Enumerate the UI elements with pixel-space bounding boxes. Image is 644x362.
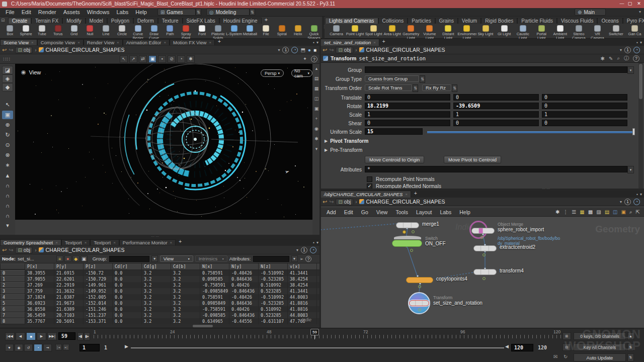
menu-item[interactable]: Render bbox=[35, 9, 60, 15]
menu-item[interactable]: Help bbox=[132, 9, 150, 15]
shelf-tool[interactable]: VR Camera bbox=[588, 24, 607, 40]
pane-menu-icon[interactable]: ▾ bbox=[640, 192, 642, 197]
audio-icon[interactable]: ◉ bbox=[15, 344, 23, 351]
handle-tool-icon[interactable]: ▣ bbox=[148, 55, 156, 63]
node-on-off[interactable] bbox=[392, 240, 422, 247]
point-attr-icon[interactable]: ≡ bbox=[56, 255, 63, 262]
move-pivot-button[interactable]: Move Pivot to Centroid bbox=[444, 156, 501, 163]
go-to-start-button[interactable]: |◀◀ bbox=[5, 332, 15, 340]
path-root-chip[interactable]: ⊟obj bbox=[336, 199, 353, 205]
pane-maximize-icon[interactable]: ▪ bbox=[313, 40, 314, 45]
camera-select[interactable]: No cam▾ bbox=[291, 69, 312, 77]
translate-x-field[interactable]: 0 bbox=[365, 94, 450, 101]
shelf-tool[interactable]: Quick Shapes bbox=[306, 24, 322, 40]
network-menu-item[interactable]: Labs bbox=[436, 209, 455, 215]
shelf-tab[interactable]: Rigid Bodies bbox=[481, 18, 517, 24]
menu-item[interactable]: Assets bbox=[60, 9, 84, 15]
pane-tab[interactable]: Composite View× bbox=[37, 39, 84, 45]
shear-x-field[interactable]: 0 bbox=[365, 120, 450, 126]
display-square-icon[interactable]: ■ bbox=[313, 47, 316, 53]
persp-view-select[interactable]: Persp▾ bbox=[261, 69, 284, 77]
link-badge[interactable]: 1 bbox=[282, 47, 289, 53]
shelf-tab[interactable]: Model bbox=[86, 18, 107, 24]
output-flag[interactable] bbox=[418, 308, 421, 311]
sim-reset-icon[interactable]: ⊘ bbox=[168, 55, 176, 63]
shelf-tab[interactable]: Pyro FX bbox=[623, 18, 644, 24]
shelf-tool[interactable]: Draw Curve bbox=[146, 24, 162, 40]
shelf-tool[interactable]: Spray Paint bbox=[178, 24, 194, 40]
table-row[interactable]: 2 37.26922.2919 -149.9610.0 3.23.2 -0.75… bbox=[0, 282, 320, 288]
output-flag[interactable] bbox=[482, 277, 486, 280]
shelf-tab[interactable]: Particle Fluids bbox=[517, 18, 557, 24]
range-start-field[interactable]: 1 bbox=[79, 344, 100, 351]
shelf-tool[interactable]: Sky Light bbox=[476, 24, 495, 36]
nav-forward-icon[interactable]: ↪ bbox=[329, 199, 334, 205]
menu-item[interactable]: Windows bbox=[84, 9, 113, 15]
rotate-y-field[interactable]: -39.6509 bbox=[453, 103, 539, 109]
shelf-tool[interactable]: Caustic Light bbox=[514, 24, 532, 40]
sheet-scrollbar[interactable] bbox=[0, 324, 320, 328]
pane-menu-icon[interactable]: ▾ bbox=[316, 40, 318, 45]
snap-menu-icon[interactable]: ▾ bbox=[2, 221, 13, 230]
display-options-icon[interactable]: ✱ bbox=[187, 55, 195, 63]
path-root-chip[interactable]: ⊟obj bbox=[336, 47, 353, 53]
shelf-tool[interactable]: Circle bbox=[114, 24, 130, 36]
jump-up-icon[interactable]: ⇱ bbox=[636, 209, 640, 215]
nav-forward-icon[interactable]: ↪ bbox=[9, 47, 13, 53]
shelf-tool[interactable]: Volume Light bbox=[420, 24, 439, 40]
sculpt-tool-icon[interactable]: ◆ bbox=[2, 83, 13, 92]
menu-overflow-icon[interactable]: ▾ bbox=[639, 10, 641, 14]
group-type-select[interactable]: Guess from Group bbox=[365, 75, 419, 82]
desktop-mode-select[interactable]: ◎ Modeling bbox=[206, 9, 250, 16]
layout-quad-icon[interactable]: ▦ bbox=[314, 86, 319, 91]
link-badge[interactable]: 1 bbox=[624, 47, 631, 53]
flipbook-icon[interactable]: ◔ bbox=[177, 55, 185, 63]
loop-mode-icon[interactable]: ↺ bbox=[24, 344, 33, 351]
help-icon[interactable]: ? bbox=[311, 56, 317, 62]
shelf-tool[interactable]: Ambient Light bbox=[551, 24, 570, 40]
color-grid-icon[interactable]: ▦ bbox=[580, 209, 584, 215]
shelf-tool[interactable]: Distant Light bbox=[439, 24, 457, 40]
scatter-tool-icon[interactable]: ∗ bbox=[2, 161, 13, 169]
minimize-button[interactable]: — bbox=[618, 1, 626, 6]
nav-forward-icon[interactable]: ↪ bbox=[9, 247, 13, 253]
nav-back-icon[interactable]: ↩ bbox=[323, 47, 327, 53]
prev-frame-button[interactable]: ◀ bbox=[16, 332, 25, 340]
network-menu-item[interactable]: Layout bbox=[412, 209, 436, 215]
network-menu-item[interactable]: View bbox=[372, 209, 392, 215]
nav-back-icon[interactable]: ↩ bbox=[323, 199, 327, 205]
intrinsics-select[interactable]: Intrinsics▾ bbox=[195, 255, 227, 262]
shelf-tool[interactable]: Line bbox=[98, 24, 114, 36]
shelf-handle-icon[interactable]: ⊟ bbox=[1, 18, 5, 23]
params-scrollbar[interactable] bbox=[638, 63, 643, 189]
param-checkbox-row[interactable]: Recompute Point Normals bbox=[367, 175, 441, 183]
funnel-icon[interactable]: ▼ bbox=[151, 255, 158, 262]
pane-scroll-down-icon[interactable]: ▾ bbox=[315, 146, 318, 151]
shelf-tool[interactable]: File bbox=[258, 24, 274, 36]
find-icon[interactable]: ⌕ bbox=[629, 209, 632, 215]
shelf-tool[interactable]: Grid bbox=[66, 24, 82, 36]
shelf-tool[interactable]: GI Light bbox=[495, 24, 514, 36]
options-icon[interactable]: ✱ bbox=[314, 136, 318, 141]
menu-item[interactable]: Edit bbox=[18, 9, 35, 15]
pane-maximize-icon[interactable]: ▪ bbox=[636, 192, 638, 197]
shelf-tab[interactable]: Polygon bbox=[107, 18, 133, 24]
column-header[interactable]: v[x] bbox=[288, 263, 317, 269]
translate-handle-icon[interactable]: ⊕ bbox=[2, 121, 13, 129]
path-dropdown-icon[interactable]: ▾ bbox=[620, 200, 622, 204]
network-canvas[interactable]: Geometry Indie merge1 Swi bbox=[320, 217, 644, 328]
pose-handle-icon[interactable]: ⊗ bbox=[2, 151, 13, 159]
output-flag[interactable] bbox=[418, 285, 421, 288]
xform-order-spinner[interactable]: ⇅ bbox=[413, 84, 418, 92]
shelf-set-spinner[interactable]: ⇅ bbox=[196, 9, 201, 16]
checkbox[interactable] bbox=[367, 176, 372, 182]
snapshot-cube-icon[interactable]: ⬒ bbox=[300, 47, 305, 53]
output-flag[interactable] bbox=[410, 249, 413, 252]
dependency-grid-icon[interactable]: ▩ bbox=[588, 209, 593, 215]
network-menu-item[interactable]: Help bbox=[455, 209, 474, 215]
realtime-toggle-icon[interactable]: ◔ bbox=[34, 344, 42, 351]
pane-maximize-icon[interactable]: ▪ bbox=[313, 240, 314, 245]
network-menu-item[interactable]: Add bbox=[323, 209, 340, 215]
snapshot-icon[interactable]: ◫ bbox=[314, 96, 319, 101]
link-badge[interactable]: 1 bbox=[624, 199, 631, 205]
